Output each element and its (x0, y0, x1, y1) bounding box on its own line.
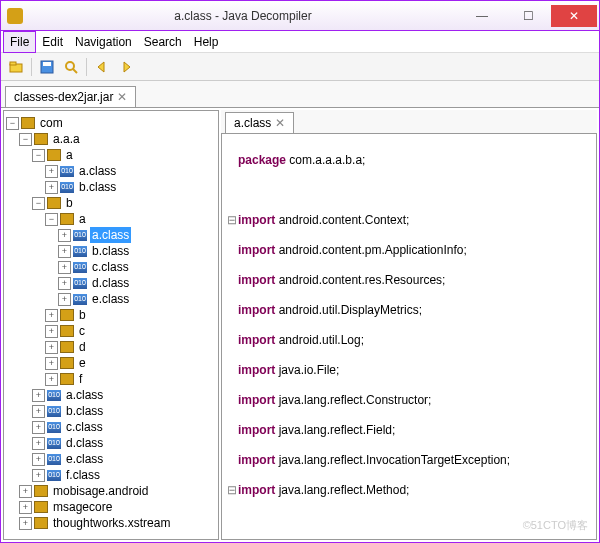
expand-icon[interactable]: + (45, 373, 58, 386)
expand-icon[interactable]: + (19, 501, 32, 514)
expand-icon[interactable]: − (32, 197, 45, 210)
expand-icon[interactable]: + (32, 469, 45, 482)
expand-icon[interactable]: + (58, 261, 71, 274)
tree-node-a[interactable]: a (64, 147, 75, 163)
svg-point-4 (66, 62, 74, 70)
separator (31, 58, 32, 76)
menubar: File Edit Navigation Search Help (1, 31, 599, 53)
tab-label: classes-dex2jar.jar (14, 90, 113, 104)
expand-icon[interactable]: + (45, 357, 58, 370)
toolbar (1, 53, 599, 81)
expand-icon[interactable]: + (58, 293, 71, 306)
tree-node-eclass[interactable]: e.class (90, 291, 131, 307)
expand-icon[interactable]: + (32, 453, 45, 466)
class-icon: 010 (47, 454, 61, 465)
tree-node-cclass[interactable]: c.class (90, 259, 131, 275)
svg-rect-1 (10, 62, 16, 65)
expand-icon[interactable]: + (19, 517, 32, 530)
window-controls: — ☐ ✕ (459, 5, 597, 27)
class-icon: 010 (47, 406, 61, 417)
tree-node-thoughtworks[interactable]: thoughtworks.xstream (51, 515, 172, 531)
class-icon: 010 (47, 390, 61, 401)
package-icon (60, 357, 74, 369)
tree-node-bd[interactable]: d (77, 339, 88, 355)
menu-search[interactable]: Search (138, 32, 188, 52)
code-line: import android.util.Log; (226, 333, 592, 348)
search-tool-button[interactable] (60, 56, 82, 78)
tab-jar[interactable]: classes-dex2jar.jar✕ (5, 86, 136, 107)
content-area: −com −a.a.a −a +010a.class +010b.class −… (1, 107, 599, 542)
code-line: ⊟import java.lang.reflect.Method; (226, 483, 592, 498)
expand-icon[interactable]: + (58, 245, 71, 258)
menu-help[interactable]: Help (188, 32, 225, 52)
tree-node-bclass[interactable]: b.class (77, 179, 118, 195)
tree-node-bb[interactable]: b (77, 307, 88, 323)
tree-node-bc[interactable]: c (77, 323, 87, 339)
tree-node-aaa[interactable]: a.a.a (51, 131, 82, 147)
tree-node-bc2[interactable]: b.class (64, 403, 105, 419)
tree-node-aclass[interactable]: a.class (77, 163, 118, 179)
tree-panel: −com −a.a.a −a +010a.class +010b.class −… (3, 110, 219, 540)
tree-node-ba[interactable]: a (77, 211, 88, 227)
expand-icon[interactable]: + (58, 229, 71, 242)
menu-edit[interactable]: Edit (36, 32, 69, 52)
menu-file[interactable]: File (3, 31, 36, 53)
class-icon: 010 (60, 182, 74, 193)
save-button[interactable] (36, 56, 58, 78)
expand-icon[interactable]: + (45, 165, 58, 178)
expand-icon[interactable]: + (32, 389, 45, 402)
package-icon (47, 197, 61, 209)
package-icon (34, 517, 48, 529)
tree-node-be[interactable]: e (77, 355, 88, 371)
expand-icon[interactable]: + (45, 341, 58, 354)
class-icon: 010 (60, 166, 74, 177)
tree-node-bclass2[interactable]: b.class (90, 243, 131, 259)
close-button[interactable]: ✕ (551, 5, 597, 27)
package-icon (34, 133, 48, 145)
tree-node-ac[interactable]: a.class (64, 387, 105, 403)
expand-icon[interactable]: − (6, 117, 19, 130)
class-icon: 010 (47, 422, 61, 433)
minimize-button[interactable]: — (459, 5, 505, 27)
expand-icon[interactable]: − (45, 213, 58, 226)
expand-icon[interactable]: + (32, 421, 45, 434)
code-editor[interactable]: package com.a.a.a.b.a; ⊟import android.c… (221, 134, 597, 540)
expand-icon[interactable]: − (32, 149, 45, 162)
forward-button[interactable] (115, 56, 137, 78)
package-icon (60, 309, 74, 321)
tree-node-cc[interactable]: c.class (64, 419, 105, 435)
package-tree[interactable]: −com −a.a.a −a +010a.class +010b.class −… (4, 111, 218, 535)
back-button[interactable] (91, 56, 113, 78)
tree-node-ec[interactable]: e.class (64, 451, 105, 467)
code-line: import java.lang.reflect.Field; (226, 423, 592, 438)
expand-icon[interactable]: + (45, 181, 58, 194)
tree-node-com[interactable]: com (38, 115, 65, 131)
tab-class[interactable]: a.class✕ (225, 112, 294, 133)
tree-node-mobisage[interactable]: mobisage.android (51, 483, 150, 499)
tab-close-icon[interactable]: ✕ (117, 90, 127, 104)
package-icon (60, 325, 74, 337)
tree-node-dclass[interactable]: d.class (90, 275, 131, 291)
code-line: import android.content.pm.ApplicationInf… (226, 243, 592, 258)
expand-icon[interactable]: + (32, 437, 45, 450)
separator (86, 58, 87, 76)
menu-navigation[interactable]: Navigation (69, 32, 138, 52)
tree-node-fc[interactable]: f.class (64, 467, 102, 483)
tree-node-selected[interactable]: a.class (90, 227, 131, 243)
expand-icon[interactable]: + (45, 325, 58, 338)
code-line: ⊟import android.content.Context; (226, 213, 592, 228)
expand-icon[interactable]: + (58, 277, 71, 290)
tab-close-icon[interactable]: ✕ (275, 116, 285, 130)
expand-icon[interactable]: − (19, 133, 32, 146)
expand-icon[interactable]: + (45, 309, 58, 322)
tree-node-dc[interactable]: d.class (64, 435, 105, 451)
open-button[interactable] (5, 56, 27, 78)
tree-node-msagecore[interactable]: msagecore (51, 499, 114, 515)
tree-node-b[interactable]: b (64, 195, 75, 211)
expand-icon[interactable]: + (19, 485, 32, 498)
code-line: import java.lang.reflect.InvocationTarge… (226, 453, 592, 468)
maximize-button[interactable]: ☐ (505, 5, 551, 27)
expand-icon[interactable]: + (32, 405, 45, 418)
editor-panel: a.class✕ package com.a.a.a.b.a; ⊟import … (221, 110, 597, 540)
tree-node-bf[interactable]: f (77, 371, 84, 387)
